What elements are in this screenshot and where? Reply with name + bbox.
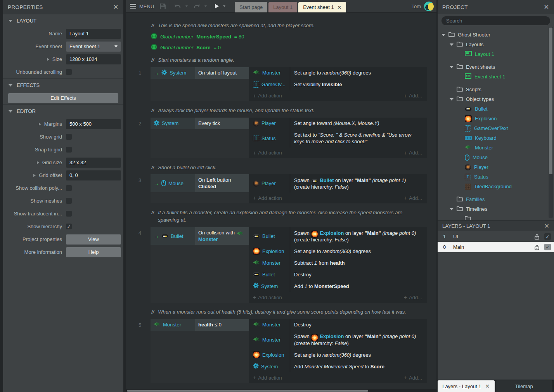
prop-checkbox-show-translucent-in[interactable] <box>66 211 72 217</box>
add-action-link[interactable]: + Add action <box>253 150 282 156</box>
action-row[interactable]: ExplosionSet angle to random(360) degree… <box>249 349 427 361</box>
tree-item-tiledbackground[interactable]: TiledBackground <box>438 182 554 191</box>
tree-item-timelines[interactable]: Timelines <box>438 204 554 214</box>
comment-row[interactable]: //If a bullet hits a monster, create an … <box>151 209 425 224</box>
tab-layout-1[interactable]: Layout 1 <box>268 2 297 12</box>
tree-item-scripts[interactable]: Scripts <box>438 85 554 94</box>
action-row[interactable]: MonsterSpawn Explosion on layer "Main" (… <box>249 331 427 349</box>
add-more-link[interactable]: + Add... <box>404 375 422 381</box>
add-more-link[interactable]: + Add... <box>404 93 422 99</box>
comment-row[interactable]: //Shoot a bullet on left click. <box>151 164 425 172</box>
tree-item-event-sheet-1[interactable]: Event sheet 1 <box>438 72 554 82</box>
redo-button[interactable] <box>192 4 208 9</box>
prop-input-grid-offset[interactable]: 0, 0 <box>66 170 121 180</box>
action-row[interactable]: BulletSpawn Explosion on layer "Main" (i… <box>249 227 427 245</box>
comment-row[interactable]: //When a monster runs out of health (5 h… <box>151 309 425 316</box>
condition-column[interactable]: →Mouse On Left button Clicked <box>151 174 249 203</box>
tree-item-monster[interactable]: Monster <box>438 143 554 153</box>
help-button[interactable]: Help <box>66 247 121 257</box>
tab-event-sheet-1[interactable]: Event sheet 1✕ <box>298 2 346 12</box>
global-variable-monsterspeed[interactable]: Global numberMonsterSpeed= 80 <box>151 33 436 40</box>
prop-checkbox-show-grid[interactable] <box>66 134 72 140</box>
add-action-link[interactable]: + Add action <box>253 294 282 300</box>
add-more-link[interactable]: + Add... <box>404 294 422 300</box>
comment-row[interactable]: //Start monsters at a random angle. <box>151 57 425 64</box>
close-icon[interactable]: ✕ <box>485 383 490 389</box>
layer-row-main[interactable]: 0 Main ✓ <box>438 242 554 252</box>
add-action-link[interactable]: + Add action <box>253 93 282 99</box>
close-icon[interactable]: ✕ <box>337 4 342 10</box>
tree-item-ghost-shooter[interactable]: Ghost Shooter <box>438 30 554 40</box>
tree-item-keyboard[interactable]: Keyboard <box>438 133 554 143</box>
tree-item-item[interactable] <box>438 214 554 220</box>
action-row[interactable]: SystemAdd 1 to MonsterSpeed <box>249 280 427 292</box>
action-row[interactable]: MonsterSubtract 1 from health <box>249 257 427 269</box>
scrollbar-thumb[interactable] <box>549 28 552 174</box>
section-header-layout[interactable]: LAYOUT <box>3 14 123 27</box>
add-more-link[interactable]: + Add... <box>404 150 422 156</box>
expander-icon[interactable] <box>33 174 36 177</box>
add-more-link[interactable]: + Add... <box>404 195 422 201</box>
action-row[interactable]: PlayerSet angle toward (Mouse.X, Mouse.Y… <box>249 118 427 129</box>
action-row[interactable]: TGameOv...Set visibility Invisible <box>249 79 427 90</box>
prop-checkbox-show-hierarchy[interactable]: ✓ <box>66 224 72 229</box>
tree-item-status[interactable]: TStatus <box>438 172 554 182</box>
prop-input-grid-size[interactable]: 32 x 32 <box>66 158 121 168</box>
prop-input-name[interactable]: Layout 1 <box>66 29 121 39</box>
visibility-checkbox[interactable]: ✓ <box>544 233 551 240</box>
tree-item-layout-1[interactable]: Layout 1 <box>438 49 554 59</box>
edit-effects-button[interactable]: Edit Effects <box>8 93 118 103</box>
expander-icon[interactable] <box>39 123 41 126</box>
prop-checkbox-unbounded-scrolling[interactable] <box>66 69 72 75</box>
undo-button[interactable] <box>173 4 189 9</box>
user-name[interactable]: Tom <box>411 3 421 9</box>
tree-item-layouts[interactable]: Layouts <box>438 40 554 49</box>
tree-item-event-sheets[interactable]: Event sheets <box>438 62 554 72</box>
expander-icon[interactable] <box>450 98 454 101</box>
condition-column[interactable]: Monster health ≤ 0 <box>151 319 249 383</box>
condition-column[interactable]: →Bullet On collision with Monster <box>151 227 249 303</box>
action-row[interactable]: TStatusSet text to "Score: " & Score & n… <box>249 129 427 147</box>
project-scrollbar[interactable] <box>549 27 553 218</box>
close-icon[interactable]: ✕ <box>544 4 549 10</box>
expander-icon[interactable] <box>441 34 445 36</box>
tree-item-player[interactable]: Player <box>438 162 554 172</box>
section-header-editor[interactable]: EDITOR <box>3 104 123 118</box>
prop-checkbox-show-meshes[interactable] <box>66 198 72 204</box>
action-row[interactable]: PlayerSpawn Bullet on layer "Main" (imag… <box>249 174 427 193</box>
preview-button[interactable] <box>214 4 226 9</box>
condition-column[interactable]: →System On start of layout <box>151 67 249 101</box>
search-input[interactable]: Search <box>441 16 550 25</box>
action-row[interactable]: SystemAdd Monster.Movement.Speed to Scor… <box>249 361 427 372</box>
tree-item-bullet[interactable]: Bullet <box>438 104 554 114</box>
action-row[interactable]: BulletDestroy <box>249 269 427 280</box>
panel-tab-tilemap[interactable]: Tilemap <box>496 380 553 392</box>
view-button[interactable]: View <box>66 234 121 245</box>
visibility-checkbox[interactable]: ✓ <box>544 244 551 250</box>
tree-item-families[interactable]: Families <box>438 194 554 204</box>
panel-tab-layers-layout-1[interactable]: Layers - Layout 1✕ <box>438 380 495 392</box>
layer-row-ui[interactable]: 1 UI ✓ <box>438 231 554 242</box>
comment-row[interactable]: //Always look the player towards the mou… <box>151 107 425 114</box>
action-row[interactable]: ExplosionSet angle to random(360) degree… <box>249 245 427 257</box>
condition-column[interactable]: System Every tick <box>151 118 249 158</box>
horizontal-scrollbar[interactable] <box>126 389 436 392</box>
tab-start-page[interactable]: Start page <box>235 2 267 12</box>
section-header-effects[interactable]: EFFECTS <box>3 78 123 92</box>
close-icon[interactable]: ✕ <box>544 222 549 230</box>
expander-icon[interactable] <box>450 66 454 68</box>
action-row[interactable]: MonsterDestroy <box>249 319 427 331</box>
user-avatar[interactable] <box>424 2 434 11</box>
lock-icon[interactable] <box>534 244 541 250</box>
add-action-link[interactable]: + Add action <box>253 375 282 381</box>
expander-icon[interactable] <box>37 161 39 164</box>
close-icon[interactable]: ✕ <box>113 4 119 10</box>
action-row[interactable]: MonsterSet angle to random(360) degrees <box>249 67 427 79</box>
prop-select-event-sheet[interactable]: Event sheet 1 <box>66 42 121 52</box>
tree-item-explosion[interactable]: Explosion <box>438 114 554 123</box>
prop-checkbox-show-collision-poly[interactable] <box>66 185 72 191</box>
comment-row[interactable]: //This is the speed new monsters are spa… <box>151 22 425 29</box>
menu-button[interactable]: MENU <box>129 3 155 9</box>
prop-input-margins[interactable]: 500 x 500 <box>66 119 121 129</box>
tree-item-gameovertext[interactable]: TGameOverText <box>438 123 554 133</box>
